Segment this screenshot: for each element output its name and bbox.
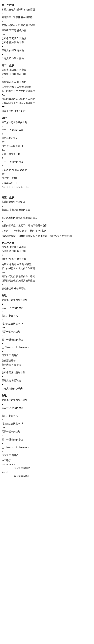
lyric-line: 窗口的远边故事 动听的令人称赞 — [2, 97, 92, 101]
chord-indicator: F — [2, 410, 92, 414]
lyric-line: 演过来过后 准备开始啦 — [2, 109, 92, 113]
lyric-line: 三二一 入梦境的顷始 — [2, 406, 92, 410]
lyric-line: 窗口的远边故事 动听的今人称赞 — [2, 274, 92, 278]
chord-divider: Am G ＿ ＿ — [2, 470, 92, 474]
lyric-line: 演过来过后 准备开始啦 — [2, 287, 92, 291]
lyric-line: 再回童年 翻翻门 — [2, 454, 92, 458]
section-title: 副歌 — [2, 116, 92, 120]
lyric-line: 我们并非正常人 — [2, 314, 92, 318]
chord-indicator: E7 — [2, 140, 92, 144]
chord-indicator: Am — [2, 148, 92, 152]
lyric-line: 无第一起来关上灯 — [2, 430, 92, 434]
lyric-line: 忘所缘 醒来我 吃苹果 — [2, 40, 92, 44]
blank-spacer — [2, 238, 92, 239]
chord-indicator: G — [2, 12, 92, 16]
lyric-line: 仔细听 可可可 什么声音 — [2, 28, 92, 32]
lyric-line: 然后我 准备去 打开衣柜 — [2, 258, 92, 262]
lyric-line: 忘所缘 不要怕 如我说说 — [2, 36, 92, 40]
section-title: 副歌 — [2, 394, 92, 398]
chord-indicator: E7 — [2, 350, 92, 354]
lyric-line: 王蝶觉 的时候 有传说 — [2, 48, 92, 52]
lyric-line: 某处演处突然开始使功 — [2, 200, 92, 204]
chord-indicator: F — [2, 375, 92, 378]
lyric-line: 三二一 入梦境的顷始 — [2, 306, 92, 310]
lyric-line: 这故事 堆块翻页 再翻页 — [2, 68, 92, 72]
lyric-line: 怎么还没睡着 — [2, 359, 92, 363]
chord-indicator: F — [2, 45, 92, 48]
chord-indicator: E7 — [2, 53, 92, 56]
lyric-line: 演起翻翻喷喷 《森林演演喷喷 窗外起飞着着 一瓷醒来弄边翻着着落》 — [2, 234, 92, 238]
lyric-line: 再回童年 翻翻门 — [2, 354, 92, 358]
lyric-line: 场景翻间变化 找堆着又能藏魔法 — [2, 101, 92, 105]
chord-indicator: F — [2, 76, 92, 80]
lyric-line: 三二一 进自由的悲魂 — [2, 160, 92, 164]
chord-indicator: G — [2, 334, 92, 338]
lyric-line: 全有人 吃你的 小猴头 — [2, 56, 92, 60]
lyric-line: 再回童年 翻翻门 — [2, 176, 92, 180]
lyric-line: 从前从前有只猫头鹰 它站在屋顶 — [2, 8, 92, 12]
lyric-line: 猎怎怎么会照副本 oh — [2, 322, 92, 326]
section-title: 第一个故事 — [2, 3, 92, 7]
chord-indicator: F — [2, 132, 92, 136]
lyric-line: 让我稍休息一下 — [2, 181, 92, 185]
lyric-line: 全有人吃你的小猴头 — [2, 386, 92, 390]
blank-spacer — [2, 113, 92, 114]
section-title: 第二个故事 — [2, 63, 92, 68]
chord-indicator: F — [2, 310, 92, 314]
chord-indicator: F — [2, 254, 92, 258]
chord-indicator: F — [2, 164, 92, 168]
chord-indicator: E7 — [2, 220, 92, 224]
lyric-line: Oh 梦 ＿＿下子翻的起起 ＿枝翻间下个世界＿ — [2, 229, 92, 233]
chord-indicator: Am — [2, 326, 92, 330]
lyric-line: 无第一起来关上灯 — [2, 152, 92, 156]
lyric-line: 等天第一起倒数后关上灯 — [2, 120, 92, 124]
chord-indicator: Am — [2, 271, 92, 274]
lyric-line: 三二一 进自由的悲魂 — [2, 338, 92, 342]
chord-divider: — — — — — — — — — [2, 189, 92, 193]
lyric-line: 场景翻间变化 找堆着又能藏魔法 — [2, 279, 92, 283]
lyric-line: 猎怎怎么会照副本 oh — [2, 144, 92, 148]
lyric-line: 去看着 标着渣 去看着 标着渣 — [2, 262, 92, 266]
lyric-line: 老办法 古董调出迎接的笑容 — [2, 208, 92, 212]
chord-indicator: F — [2, 212, 92, 216]
lyric-line: 我们并非正常人 — [2, 136, 92, 140]
lyric-line: Oh oh oh oh oh come on — [2, 168, 92, 172]
chord-indicator: G — [2, 302, 92, 306]
chord-indicator: E7 — [2, 383, 92, 386]
lyric-line: 这故事 堆块翻页 再翻页 — [2, 245, 92, 249]
blank-spacer — [2, 391, 92, 392]
section-title: 副歌 — [2, 293, 92, 298]
lyric-line: 你慢慢 不想睡 我却想睡 — [2, 250, 92, 254]
chord-indicator: Am — [2, 426, 92, 430]
lyric-line: 等天第一起倒数后关上灯 — [2, 398, 92, 402]
chord-indicator: E7 — [2, 283, 92, 287]
blank-spacer — [2, 193, 92, 194]
chord-indicator: E7 — [2, 106, 92, 109]
lyric-line: 低上的城堡卡片 发光的立体星现 — [2, 266, 92, 270]
song-container: 第一个故事从前从前有只猫头鹰 它站在屋顶G窗邻旁第一道森林 森林很安静F安静的钢… — [2, 3, 92, 478]
lyric-line: ＿ ＿ ＿ ＿ 再回童年 翻翻门 — [2, 474, 92, 478]
chord-indicator: Am — [2, 33, 92, 36]
lyric-line: 然后我 准备去 打开衣柜 — [2, 80, 92, 84]
chord-indicator: Am — [2, 93, 92, 97]
chord-indicator: E7 — [2, 450, 92, 454]
blank-spacer — [2, 291, 92, 292]
lyric-line: 去看看 标着渣 去看看 标着渣 — [2, 85, 92, 89]
section-title: 第二个故事 — [2, 241, 92, 245]
lyric-line: 窗邻旁第一道森林 森林很安静 — [2, 16, 92, 20]
lyric-line: 旋转的音乐盒 我发起邪叶叶 这下会是一场梦 — [2, 224, 92, 228]
chord-indicator: F — [2, 20, 92, 24]
lyric-line: 低上的城堡卡片 发光的立体星现 — [2, 89, 92, 93]
lyric-line: 安静的钢琴在大厅 南橙墙 仔细听 — [2, 24, 92, 28]
section-title: 第三个故事 — [2, 196, 92, 200]
chord-indicator: G — [2, 204, 92, 208]
chord-indicator: F — [2, 342, 92, 346]
lyric-line: 猎怎怎么会照副本 oh — [2, 422, 92, 426]
lyric-line: 忘所缘缓慢我慢吃苹果 — [2, 371, 92, 375]
chord-divider: Am G F E7 — [2, 463, 92, 466]
lyric-line: 我们并非正常人 — [2, 414, 92, 418]
lyric-line: ＿ ＿ ＿ ＿ 再回童年 翻翻门 — [2, 466, 92, 470]
lyric-line: 忘所缘呐 不要害怕 — [2, 363, 92, 367]
lyric-line: ＿ Oh oh oh oh oh come on — [2, 346, 92, 350]
lyric-line: 好的沉差坏的全定果 谁要要那些说 — [2, 216, 92, 220]
